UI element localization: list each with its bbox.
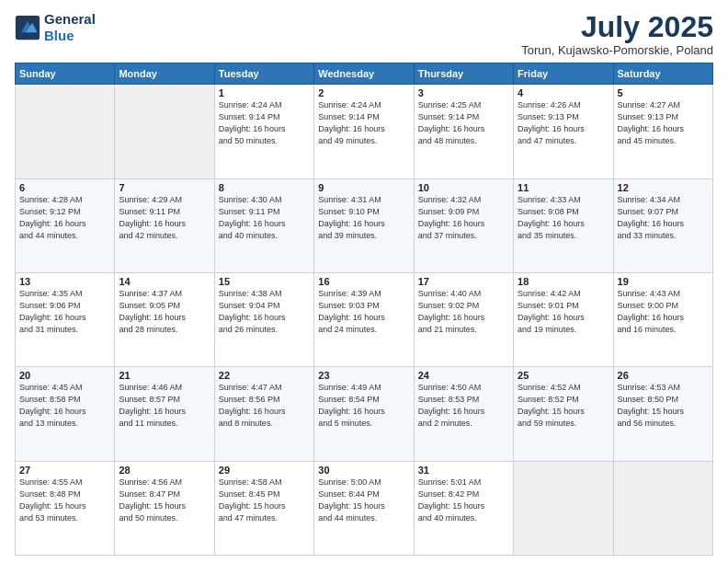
day-cell: 20Sunrise: 4:45 AM Sunset: 8:58 PM Dayli… (16, 367, 115, 461)
page: General Blue July 2025 Torun, Kujawsko-P… (0, 0, 728, 563)
day-info: Sunrise: 5:00 AM Sunset: 8:44 PM Dayligh… (318, 477, 409, 524)
day-number: 1 (219, 87, 310, 98)
day-info: Sunrise: 4:27 AM Sunset: 9:13 PM Dayligh… (618, 99, 709, 147)
day-number: 21 (119, 370, 210, 381)
day-info: Sunrise: 4:42 AM Sunset: 9:01 PM Dayligh… (518, 288, 609, 336)
day-info: Sunrise: 4:30 AM Sunset: 9:11 PM Dayligh… (219, 194, 310, 242)
day-info: Sunrise: 4:28 AM Sunset: 9:12 PM Dayligh… (19, 194, 110, 242)
day-info: Sunrise: 4:40 AM Sunset: 9:02 PM Dayligh… (418, 288, 509, 336)
day-cell: 6Sunrise: 4:28 AM Sunset: 9:12 PM Daylig… (16, 178, 115, 272)
day-cell: 26Sunrise: 4:53 AM Sunset: 8:50 PM Dayli… (613, 367, 712, 461)
day-cell: 28Sunrise: 4:56 AM Sunset: 8:47 PM Dayli… (115, 461, 214, 555)
day-number: 17 (418, 276, 509, 287)
day-cell: 21Sunrise: 4:46 AM Sunset: 8:57 PM Dayli… (115, 367, 214, 461)
day-number: 29 (219, 465, 310, 476)
day-cell: 2Sunrise: 4:24 AM Sunset: 9:14 PM Daylig… (314, 85, 414, 178)
day-number: 14 (119, 276, 210, 287)
day-number: 28 (119, 465, 210, 476)
column-headers: SundayMondayTuesdayWednesdayThursdayFrid… (16, 63, 713, 85)
day-number: 30 (318, 465, 409, 476)
day-info: Sunrise: 4:35 AM Sunset: 9:06 PM Dayligh… (19, 288, 110, 336)
day-info: Sunrise: 4:49 AM Sunset: 8:54 PM Dayligh… (318, 382, 409, 430)
day-cell: 15Sunrise: 4:38 AM Sunset: 9:04 PM Dayli… (214, 272, 313, 366)
day-number: 26 (618, 370, 709, 381)
column-header-wednesday: Wednesday (314, 63, 414, 85)
week-row-1: 1Sunrise: 4:24 AM Sunset: 9:14 PM Daylig… (16, 85, 713, 178)
day-info: Sunrise: 4:31 AM Sunset: 9:10 PM Dayligh… (318, 194, 409, 242)
day-number: 9 (318, 182, 409, 193)
day-number: 15 (219, 276, 310, 287)
day-cell (115, 85, 214, 178)
day-info: Sunrise: 4:33 AM Sunset: 9:08 PM Dayligh… (518, 194, 609, 242)
day-info: Sunrise: 4:38 AM Sunset: 9:04 PM Dayligh… (219, 288, 310, 336)
day-cell: 31Sunrise: 5:01 AM Sunset: 8:42 PM Dayli… (414, 461, 513, 555)
day-info: Sunrise: 4:32 AM Sunset: 9:09 PM Dayligh… (418, 194, 509, 242)
day-number: 18 (518, 276, 609, 287)
day-number: 24 (418, 370, 509, 381)
day-cell: 17Sunrise: 4:40 AM Sunset: 9:02 PM Dayli… (414, 272, 513, 366)
day-info: Sunrise: 4:43 AM Sunset: 9:00 PM Dayligh… (618, 288, 709, 336)
day-cell: 23Sunrise: 4:49 AM Sunset: 8:54 PM Dayli… (314, 367, 414, 461)
day-info: Sunrise: 4:39 AM Sunset: 9:03 PM Dayligh… (318, 288, 409, 336)
day-number: 23 (318, 370, 409, 381)
day-number: 22 (219, 370, 310, 381)
day-number: 12 (618, 182, 709, 193)
day-number: 2 (318, 87, 409, 98)
logo-text: General Blue (44, 11, 96, 44)
day-number: 31 (418, 465, 509, 476)
day-number: 4 (518, 87, 609, 98)
day-info: Sunrise: 4:58 AM Sunset: 8:45 PM Dayligh… (219, 477, 310, 524)
day-cell: 5Sunrise: 4:27 AM Sunset: 9:13 PM Daylig… (613, 85, 712, 178)
day-cell: 3Sunrise: 4:25 AM Sunset: 9:14 PM Daylig… (414, 85, 513, 178)
day-cell: 24Sunrise: 4:50 AM Sunset: 8:53 PM Dayli… (414, 367, 513, 461)
column-header-sunday: Sunday (16, 63, 115, 85)
week-row-5: 27Sunrise: 4:55 AM Sunset: 8:48 PM Dayli… (16, 461, 713, 555)
day-number: 7 (119, 182, 210, 193)
day-info: Sunrise: 4:24 AM Sunset: 9:14 PM Dayligh… (219, 99, 310, 147)
day-cell: 1Sunrise: 4:24 AM Sunset: 9:14 PM Daylig… (214, 85, 313, 178)
day-info: Sunrise: 4:34 AM Sunset: 9:07 PM Dayligh… (618, 194, 709, 242)
column-header-saturday: Saturday (613, 63, 712, 85)
day-cell: 13Sunrise: 4:35 AM Sunset: 9:06 PM Dayli… (16, 272, 115, 366)
column-header-tuesday: Tuesday (214, 63, 313, 85)
day-info: Sunrise: 4:45 AM Sunset: 8:58 PM Dayligh… (19, 382, 110, 430)
day-number: 8 (219, 182, 310, 193)
day-cell: 12Sunrise: 4:34 AM Sunset: 9:07 PM Dayli… (613, 178, 712, 272)
day-cell: 14Sunrise: 4:37 AM Sunset: 9:05 PM Dayli… (115, 272, 214, 366)
day-number: 25 (518, 370, 609, 381)
calendar-body: 1Sunrise: 4:24 AM Sunset: 9:14 PM Daylig… (16, 85, 713, 556)
day-cell: 27Sunrise: 4:55 AM Sunset: 8:48 PM Dayli… (16, 461, 115, 555)
day-cell: 4Sunrise: 4:26 AM Sunset: 9:13 PM Daylig… (514, 85, 613, 178)
day-info: Sunrise: 4:46 AM Sunset: 8:57 PM Dayligh… (119, 382, 210, 430)
day-info: Sunrise: 4:55 AM Sunset: 8:48 PM Dayligh… (19, 477, 110, 524)
day-info: Sunrise: 4:56 AM Sunset: 8:47 PM Dayligh… (119, 477, 210, 524)
main-title: July 2025 (521, 11, 713, 43)
day-cell: 30Sunrise: 5:00 AM Sunset: 8:44 PM Dayli… (314, 461, 414, 555)
day-info: Sunrise: 4:24 AM Sunset: 9:14 PM Dayligh… (318, 99, 409, 147)
day-cell (613, 461, 712, 555)
day-cell: 16Sunrise: 4:39 AM Sunset: 9:03 PM Dayli… (314, 272, 414, 366)
day-cell: 10Sunrise: 4:32 AM Sunset: 9:09 PM Dayli… (414, 178, 513, 272)
week-row-3: 13Sunrise: 4:35 AM Sunset: 9:06 PM Dayli… (16, 272, 713, 366)
calendar-table: SundayMondayTuesdayWednesdayThursdayFrid… (15, 63, 713, 556)
day-info: Sunrise: 4:25 AM Sunset: 9:14 PM Dayligh… (418, 99, 509, 147)
logo-icon (15, 15, 40, 40)
subtitle: Torun, Kujawsko-Pomorskie, Poland (521, 43, 713, 57)
day-cell: 8Sunrise: 4:30 AM Sunset: 9:11 PM Daylig… (214, 178, 313, 272)
day-number: 6 (19, 182, 110, 193)
day-number: 20 (19, 370, 110, 381)
day-cell: 25Sunrise: 4:52 AM Sunset: 8:52 PM Dayli… (514, 367, 613, 461)
day-cell: 19Sunrise: 4:43 AM Sunset: 9:00 PM Dayli… (613, 272, 712, 366)
day-number: 3 (418, 87, 509, 98)
week-row-4: 20Sunrise: 4:45 AM Sunset: 8:58 PM Dayli… (16, 367, 713, 461)
title-block: July 2025 Torun, Kujawsko-Pomorskie, Pol… (521, 11, 713, 57)
day-cell: 7Sunrise: 4:29 AM Sunset: 9:11 PM Daylig… (115, 178, 214, 272)
header: General Blue July 2025 Torun, Kujawsko-P… (15, 11, 713, 57)
column-header-thursday: Thursday (414, 63, 513, 85)
day-cell: 22Sunrise: 4:47 AM Sunset: 8:56 PM Dayli… (214, 367, 313, 461)
day-info: Sunrise: 4:26 AM Sunset: 9:13 PM Dayligh… (518, 99, 609, 147)
column-header-friday: Friday (514, 63, 613, 85)
day-info: Sunrise: 4:37 AM Sunset: 9:05 PM Dayligh… (119, 288, 210, 336)
day-number: 10 (418, 182, 509, 193)
day-number: 13 (19, 276, 110, 287)
